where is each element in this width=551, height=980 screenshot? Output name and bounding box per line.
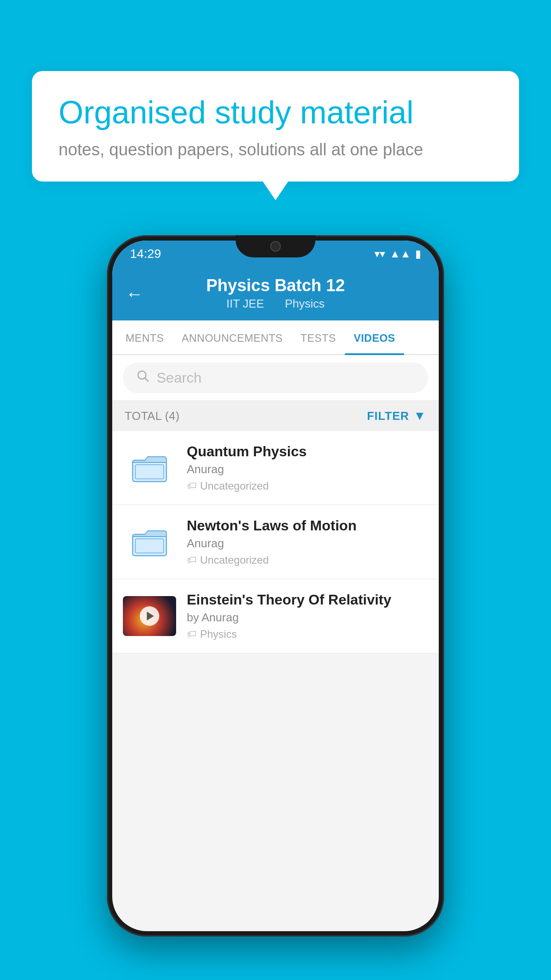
screen-subtitle: IIT JEE Physics [222,297,329,311]
status-icons: ▾▾ ▲▲ ▮ [374,248,421,260]
video-info: Newton's Laws of Motion Anurag 🏷 Uncateg… [187,518,428,566]
folder-icon [132,526,167,557]
camera-icon [270,241,281,252]
total-count-label: TOTAL (4) [125,409,180,423]
signal-icon: ▲▲ [390,248,411,260]
video-info: Einstein's Theory Of Relativity by Anura… [187,592,428,640]
screen-title: Physics Batch 12 [206,276,345,295]
tag-icon: 🏷 [187,554,197,566]
speech-bubble-title: Organised study material [59,93,492,131]
folder-icon-wrap [123,522,176,562]
tag-label: Physics [200,628,237,640]
tag-icon: 🏷 [187,628,197,640]
tag-label: Uncategorized [200,480,269,492]
video-tag: 🏷 Uncategorized [187,480,428,492]
back-button[interactable]: ← [126,284,143,304]
list-item[interactable]: Newton's Laws of Motion Anurag 🏷 Uncateg… [112,505,439,579]
search-icon [136,369,150,386]
tab-announcements[interactable]: ANNOUNCEMENTS [173,320,292,354]
video-author: by Anurag [187,611,428,624]
folder-icon-wrap [123,448,176,488]
phone-mockup: 14:29 ▾▾ ▲▲ ▮ ← Physics Batch 12 IIT JEE… [107,235,444,937]
phone-outer: 14:29 ▾▾ ▲▲ ▮ ← Physics Batch 12 IIT JEE… [107,235,444,937]
subtitle-physics: Physics [285,297,325,310]
svg-rect-3 [135,465,164,479]
subtitle-iitjee: IIT JEE [226,297,264,310]
app-header: ← Physics Batch 12 IIT JEE Physics [112,267,439,320]
filter-button[interactable]: FILTER ▼ [367,409,426,423]
svg-line-1 [145,378,149,382]
tab-ments[interactable]: MENTS [117,320,173,354]
tabs-bar: MENTS ANNOUNCEMENTS TESTS VIDEOS [112,320,439,355]
speech-bubble-subtitle: notes, question papers, solutions all at… [59,140,492,159]
play-button[interactable] [140,606,159,626]
tag-label: Uncategorized [200,554,269,566]
filter-label: FILTER [367,409,409,423]
video-author: Anurag [187,537,428,550]
video-tag: 🏷 Uncategorized [187,554,428,566]
speech-bubble: Organised study material notes, question… [32,71,519,182]
svg-rect-5 [135,539,164,553]
filter-row: TOTAL (4) FILTER ▼ [112,401,439,431]
video-list: Quantum Physics Anurag 🏷 Uncategorized [112,431,439,653]
video-title: Quantum Physics [187,443,428,460]
filter-icon: ▼ [413,409,426,423]
tag-icon: 🏷 [187,480,197,492]
video-info: Quantum Physics Anurag 🏷 Uncategorized [187,443,428,492]
video-title: Newton's Laws of Motion [187,518,428,534]
search-placeholder-text: Search [157,370,201,386]
tab-tests[interactable]: TESTS [291,320,345,354]
list-item[interactable]: Quantum Physics Anurag 🏷 Uncategorized [112,431,439,505]
video-author: Anurag [187,462,428,476]
phone-screen: 14:29 ▾▾ ▲▲ ▮ ← Physics Batch 12 IIT JEE… [112,241,439,931]
search-bar: Search [112,355,439,401]
folder-icon [132,452,167,483]
status-time: 14:29 [130,247,161,261]
video-thumbnail [123,596,176,636]
tab-videos[interactable]: VIDEOS [345,320,404,354]
video-tag: 🏷 Physics [187,628,428,640]
wifi-icon: ▾▾ [374,248,385,260]
video-title: Einstein's Theory Of Relativity [187,592,428,608]
phone-notch [236,235,315,257]
list-item[interactable]: Einstein's Theory Of Relativity by Anura… [112,579,439,653]
play-triangle-icon [147,612,154,620]
search-input-wrap[interactable]: Search [123,362,428,393]
battery-icon: ▮ [415,248,421,260]
